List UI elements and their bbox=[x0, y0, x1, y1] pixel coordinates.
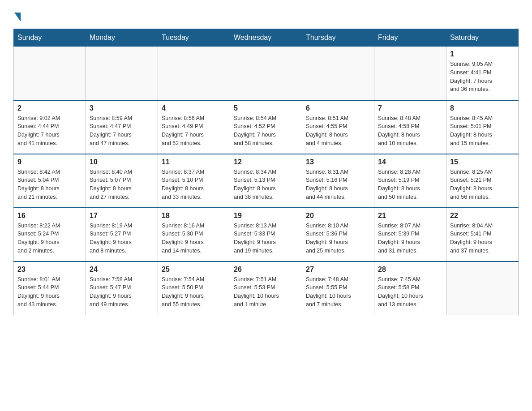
calendar-day-cell: 26Sunrise: 7:51 AM Sunset: 5:53 PM Dayli… bbox=[230, 261, 302, 315]
day-number: 21 bbox=[378, 212, 442, 220]
logo-arrow-icon bbox=[14, 13, 21, 21]
day-number: 19 bbox=[234, 212, 298, 220]
calendar-day-cell bbox=[158, 47, 230, 100]
calendar-day-cell: 6Sunrise: 8:51 AM Sunset: 4:55 PM Daylig… bbox=[302, 100, 374, 154]
calendar-day-cell: 7Sunrise: 8:48 AM Sunset: 4:58 PM Daylig… bbox=[374, 100, 446, 154]
day-info: Sunrise: 8:31 AM Sunset: 5:16 PM Dayligh… bbox=[306, 168, 370, 201]
calendar-day-cell: 24Sunrise: 7:58 AM Sunset: 5:47 PM Dayli… bbox=[86, 261, 158, 315]
day-number: 11 bbox=[162, 158, 226, 166]
day-info: Sunrise: 8:37 AM Sunset: 5:10 PM Dayligh… bbox=[162, 168, 226, 201]
calendar-day-cell bbox=[14, 47, 86, 100]
day-info: Sunrise: 8:45 AM Sunset: 5:01 PM Dayligh… bbox=[450, 114, 515, 148]
logo bbox=[13, 9, 21, 21]
calendar-day-cell: 16Sunrise: 8:22 AM Sunset: 5:24 PM Dayli… bbox=[14, 208, 86, 261]
day-number: 25 bbox=[162, 265, 226, 274]
calendar-table: SundayMondayTuesdayWednesdayThursdayFrid… bbox=[13, 29, 519, 315]
day-of-week-header: Tuesday bbox=[158, 29, 230, 47]
day-number: 14 bbox=[378, 158, 442, 166]
day-number: 18 bbox=[162, 212, 226, 220]
calendar-day-cell: 5Sunrise: 8:54 AM Sunset: 4:52 PM Daylig… bbox=[230, 100, 302, 154]
day-number: 17 bbox=[90, 212, 154, 220]
day-number: 22 bbox=[450, 212, 515, 220]
day-info: Sunrise: 8:16 AM Sunset: 5:30 PM Dayligh… bbox=[162, 222, 226, 255]
day-number: 3 bbox=[90, 104, 154, 112]
calendar-day-cell: 22Sunrise: 8:04 AM Sunset: 5:41 PM Dayli… bbox=[446, 208, 519, 261]
day-info: Sunrise: 8:10 AM Sunset: 5:36 PM Dayligh… bbox=[306, 222, 370, 255]
day-info: Sunrise: 8:42 AM Sunset: 5:04 PM Dayligh… bbox=[17, 168, 82, 201]
calendar-week-row: 9Sunrise: 8:42 AM Sunset: 5:04 PM Daylig… bbox=[14, 154, 519, 208]
day-number: 24 bbox=[90, 265, 154, 274]
day-info: Sunrise: 8:40 AM Sunset: 5:07 PM Dayligh… bbox=[90, 168, 154, 201]
day-of-week-header: Monday bbox=[86, 29, 158, 47]
day-info: Sunrise: 8:13 AM Sunset: 5:33 PM Dayligh… bbox=[234, 222, 298, 255]
day-number: 8 bbox=[450, 104, 515, 112]
calendar-day-cell: 15Sunrise: 8:25 AM Sunset: 5:21 PM Dayli… bbox=[446, 154, 519, 208]
calendar-day-cell: 8Sunrise: 8:45 AM Sunset: 5:01 PM Daylig… bbox=[446, 100, 519, 154]
calendar-day-cell: 12Sunrise: 8:34 AM Sunset: 5:13 PM Dayli… bbox=[230, 154, 302, 208]
day-number: 2 bbox=[17, 104, 82, 112]
calendar-header-row: SundayMondayTuesdayWednesdayThursdayFrid… bbox=[14, 29, 519, 47]
calendar-day-cell: 20Sunrise: 8:10 AM Sunset: 5:36 PM Dayli… bbox=[302, 208, 374, 261]
day-info: Sunrise: 8:07 AM Sunset: 5:39 PM Dayligh… bbox=[378, 222, 442, 255]
day-of-week-header: Wednesday bbox=[230, 29, 302, 47]
day-info: Sunrise: 8:48 AM Sunset: 4:58 PM Dayligh… bbox=[378, 114, 442, 148]
calendar-day-cell: 11Sunrise: 8:37 AM Sunset: 5:10 PM Dayli… bbox=[158, 154, 230, 208]
calendar-day-cell: 21Sunrise: 8:07 AM Sunset: 5:39 PM Dayli… bbox=[374, 208, 446, 261]
day-info: Sunrise: 8:54 AM Sunset: 4:52 PM Dayligh… bbox=[234, 114, 298, 148]
calendar-day-cell: 27Sunrise: 7:48 AM Sunset: 5:55 PM Dayli… bbox=[302, 261, 374, 315]
calendar-day-cell: 25Sunrise: 7:54 AM Sunset: 5:50 PM Dayli… bbox=[158, 261, 230, 315]
day-info: Sunrise: 8:59 AM Sunset: 4:47 PM Dayligh… bbox=[90, 114, 154, 148]
day-info: Sunrise: 7:48 AM Sunset: 5:55 PM Dayligh… bbox=[306, 275, 370, 309]
calendar-day-cell: 1Sunrise: 9:05 AM Sunset: 4:41 PM Daylig… bbox=[446, 47, 519, 100]
day-info: Sunrise: 8:19 AM Sunset: 5:27 PM Dayligh… bbox=[90, 222, 154, 255]
calendar-day-cell: 4Sunrise: 8:56 AM Sunset: 4:49 PM Daylig… bbox=[158, 100, 230, 154]
day-of-week-header: Friday bbox=[374, 29, 446, 47]
calendar-day-cell bbox=[230, 47, 302, 100]
day-number: 6 bbox=[306, 104, 370, 112]
day-number: 12 bbox=[234, 158, 298, 166]
calendar-day-cell: 9Sunrise: 8:42 AM Sunset: 5:04 PM Daylig… bbox=[14, 154, 86, 208]
day-number: 23 bbox=[17, 265, 82, 274]
day-number: 27 bbox=[306, 265, 370, 274]
day-info: Sunrise: 9:05 AM Sunset: 4:41 PM Dayligh… bbox=[450, 60, 515, 94]
day-info: Sunrise: 8:34 AM Sunset: 5:13 PM Dayligh… bbox=[234, 168, 298, 201]
day-number: 7 bbox=[378, 104, 442, 112]
day-number: 5 bbox=[234, 104, 298, 112]
day-number: 10 bbox=[90, 158, 154, 166]
calendar-day-cell: 13Sunrise: 8:31 AM Sunset: 5:16 PM Dayli… bbox=[302, 154, 374, 208]
calendar-day-cell: 10Sunrise: 8:40 AM Sunset: 5:07 PM Dayli… bbox=[86, 154, 158, 208]
day-info: Sunrise: 7:54 AM Sunset: 5:50 PM Dayligh… bbox=[162, 275, 226, 309]
day-number: 1 bbox=[450, 50, 515, 58]
day-number: 16 bbox=[17, 212, 82, 220]
day-info: Sunrise: 7:51 AM Sunset: 5:53 PM Dayligh… bbox=[234, 275, 298, 309]
day-number: 4 bbox=[162, 104, 226, 112]
day-number: 15 bbox=[450, 158, 515, 166]
calendar-day-cell: 14Sunrise: 8:28 AM Sunset: 5:19 PM Dayli… bbox=[374, 154, 446, 208]
calendar-day-cell bbox=[446, 261, 519, 315]
day-info: Sunrise: 8:56 AM Sunset: 4:49 PM Dayligh… bbox=[162, 114, 226, 148]
calendar-day-cell: 2Sunrise: 9:02 AM Sunset: 4:44 PM Daylig… bbox=[14, 100, 86, 154]
day-info: Sunrise: 8:01 AM Sunset: 5:44 PM Dayligh… bbox=[17, 275, 82, 309]
calendar-week-row: 23Sunrise: 8:01 AM Sunset: 5:44 PM Dayli… bbox=[14, 261, 519, 315]
calendar-day-cell: 3Sunrise: 8:59 AM Sunset: 4:47 PM Daylig… bbox=[86, 100, 158, 154]
calendar-day-cell: 19Sunrise: 8:13 AM Sunset: 5:33 PM Dayli… bbox=[230, 208, 302, 261]
calendar-week-row: 2Sunrise: 9:02 AM Sunset: 4:44 PM Daylig… bbox=[14, 100, 519, 154]
day-info: Sunrise: 8:28 AM Sunset: 5:19 PM Dayligh… bbox=[378, 168, 442, 201]
day-info: Sunrise: 7:58 AM Sunset: 5:47 PM Dayligh… bbox=[90, 275, 154, 309]
day-info: Sunrise: 8:04 AM Sunset: 5:41 PM Dayligh… bbox=[450, 222, 515, 255]
day-of-week-header: Saturday bbox=[446, 29, 519, 47]
day-info: Sunrise: 8:51 AM Sunset: 4:55 PM Dayligh… bbox=[306, 114, 370, 148]
calendar-week-row: 16Sunrise: 8:22 AM Sunset: 5:24 PM Dayli… bbox=[14, 208, 519, 261]
page-header bbox=[13, 9, 519, 21]
day-number: 13 bbox=[306, 158, 370, 166]
day-info: Sunrise: 8:25 AM Sunset: 5:21 PM Dayligh… bbox=[450, 168, 515, 201]
calendar-day-cell bbox=[374, 47, 446, 100]
calendar-day-cell: 23Sunrise: 8:01 AM Sunset: 5:44 PM Dayli… bbox=[14, 261, 86, 315]
day-of-week-header: Sunday bbox=[14, 29, 86, 47]
calendar-day-cell bbox=[302, 47, 374, 100]
day-info: Sunrise: 7:45 AM Sunset: 5:58 PM Dayligh… bbox=[378, 275, 442, 309]
day-info: Sunrise: 8:22 AM Sunset: 5:24 PM Dayligh… bbox=[17, 222, 82, 255]
calendar-day-cell: 17Sunrise: 8:19 AM Sunset: 5:27 PM Dayli… bbox=[86, 208, 158, 261]
calendar-day-cell bbox=[86, 47, 158, 100]
day-number: 20 bbox=[306, 212, 370, 220]
